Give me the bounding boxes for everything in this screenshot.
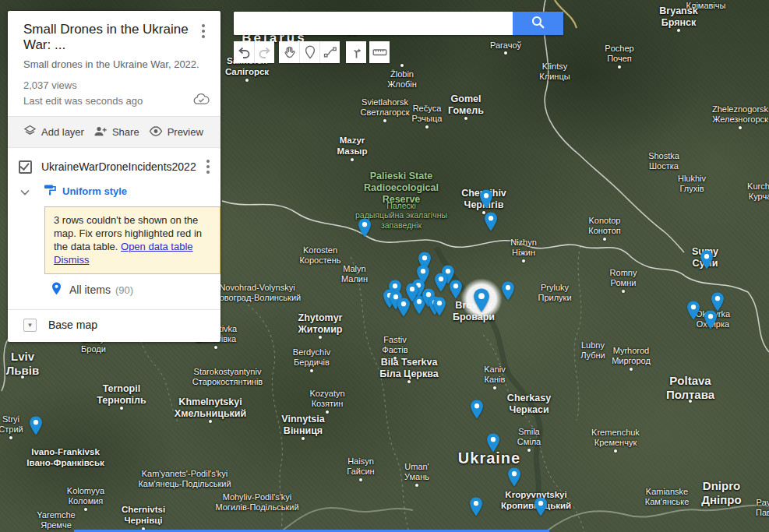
layer-options-menu-button[interactable] [202,157,214,176]
share-label: Share [112,126,139,138]
map-label: CherkasyЧеркаси [507,393,551,416]
undo-button[interactable] [234,41,254,63]
map-label: RečycaРэчыца [412,104,443,124]
map-pin[interactable] [480,189,493,209]
map-label: KozyatynКозятин [309,389,344,409]
chevron-down-icon [20,185,30,199]
map-label: MalynМалин [341,264,368,284]
map-label: HaisynГайсин [347,456,374,477]
map-label: BryanskБрянск [659,5,697,29]
base-map-expander-button[interactable]: ▼ [23,319,37,332]
layer-visibility-checkbox[interactable] [19,160,32,174]
map-label: KremenchukКременчук [591,428,640,448]
map-pin[interactable] [487,433,500,453]
map-label: LubnyЛубни [580,340,605,361]
map-label: KamianskeКам'янське [645,487,690,507]
map-pin[interactable] [406,283,419,302]
add-layer-label: Add layer [41,126,84,138]
uniform-style-label: Uniform style [62,185,127,197]
all-items-label: All items [69,284,111,296]
map-info-panel: Small Drones in the Ukraine War: ... Sma… [8,11,220,342]
settlement-dot [464,117,467,120]
settlement-dot [739,126,742,129]
settlement-dot [603,238,606,241]
map-label: Рагачоў [490,41,521,51]
redo-button[interactable] [254,41,274,63]
cloud-saved-icon [193,93,210,108]
map-pin[interactable] [700,250,714,270]
map-options-menu-button[interactable] [197,22,210,41]
map-label: FastivФастів [382,335,407,355]
dismiss-link[interactable]: Dismiss [54,254,90,266]
map-pin[interactable] [502,281,515,301]
map-label: YaremcheЯремче [37,510,75,530]
map-pin-selected[interactable] [473,288,490,312]
map-pin[interactable] [711,292,725,312]
search-icon [531,16,545,31]
map-label: PrylukyПрилуки [538,283,571,303]
map-pin[interactable] [30,416,43,435]
map-label: RomnyРомни [610,268,637,288]
add-directions-button[interactable] [346,41,366,63]
map-label: Bila TserkvaБіла Церква [379,357,438,380]
all-items-row[interactable]: All items (90) [51,282,214,298]
settlement-dot [504,51,507,55]
undo-icon [237,46,251,58]
map-pin[interactable] [358,218,372,238]
map-pin[interactable] [470,497,483,516]
add-marker-button[interactable] [299,41,319,63]
layer-warning-box: 3 rows couldn't be shown on the map. Fix… [44,206,220,274]
draw-tools-group [279,41,340,63]
map-pin[interactable] [534,497,548,516]
settlement-dot [400,64,404,67]
draw-line-button[interactable] [319,41,340,63]
map-label: SvietlahorskСветлагорск [360,97,409,118]
map-label: Клімавічы [686,1,726,11]
map-pin[interactable] [704,310,718,329]
map-label: Палескірадыяцыйна экалагічнызапаведнік [335,201,467,230]
views-count: 2,037 views [23,79,210,91]
map-label: PavПав [756,498,769,518]
undo-redo-group [234,41,274,63]
map-pin[interactable] [508,467,521,487]
settlement-dot [302,437,305,440]
map-label: KolomyyaКоломия [67,486,104,506]
layer-name: UkraineWarDroneIncidents2022 [41,160,202,173]
directions-icon [350,45,363,59]
map-label: NizhynНіжин [510,238,537,258]
map-pin[interactable] [687,301,700,320]
preview-button[interactable]: Preview [147,125,208,140]
map-label: Uman'Умань [404,462,429,482]
layer-style-row[interactable]: Uniform style [20,184,214,199]
map-title: Small Drones in the Ukraine War: ... [23,22,197,53]
settlement-dot [522,259,525,262]
map-label: ŽlobinЖлобін [387,69,417,90]
pan-tool-button[interactable] [279,41,299,63]
ruler-icon [372,47,387,58]
settlement-dot [630,368,633,371]
search-button[interactable] [513,12,563,35]
marker-icon [305,45,316,59]
layer-section: UkraineWarDroneIncidents2022 Uniform sty… [8,148,220,298]
base-map-row: ▼ Base map [8,309,220,342]
map-label: Novohrad-VolynskyiНовоград-Волинський [213,283,301,303]
open-data-table-link[interactable]: Open data table [121,241,193,252]
map-pin[interactable] [435,273,448,292]
map-pin[interactable] [433,297,446,316]
search-bar [234,12,563,35]
settlement-dot [359,478,362,481]
panel-action-bar: Add layer Share Preview [8,116,220,148]
settlement-dot [351,158,354,161]
share-button[interactable]: Share [92,124,144,141]
draw-line-icon [323,46,337,58]
map-pin[interactable] [471,400,484,419]
map-label: GomelГомель [448,93,484,117]
add-layer-button[interactable]: Add layer [22,123,89,141]
map-description: Small drones in the Ukraine War, 2022. [23,58,210,70]
measure-button[interactable] [369,41,390,63]
last-edit-status: Last edit was seconds ago [23,95,193,107]
map-pin[interactable] [485,212,498,231]
settlement-dot [415,484,418,487]
search-input[interactable] [234,12,513,35]
map-pin[interactable] [450,280,463,299]
